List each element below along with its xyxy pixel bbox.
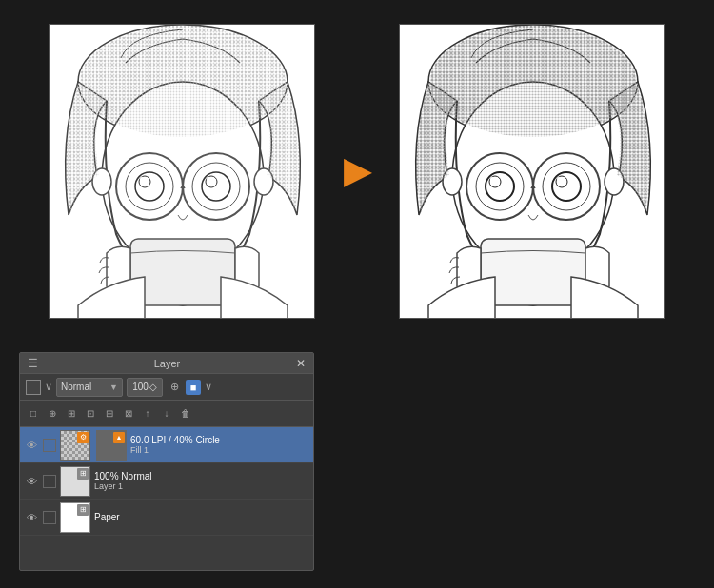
layer-preview-icon[interactable] xyxy=(26,380,41,395)
layer-info-layer1: 100% Normal Layer 1 xyxy=(94,471,309,491)
opacity-input[interactable]: 100 ◇ xyxy=(127,378,163,397)
blend-mode-label: Normal xyxy=(61,382,91,392)
layer-thumb2-halftone: ▲ xyxy=(96,430,127,461)
svg-rect-16 xyxy=(130,239,235,305)
transform-arrow: ▶ xyxy=(344,151,370,191)
blend-mode-dropdown[interactable]: Normal ▼ xyxy=(56,378,123,397)
blend-chevron2[interactable]: ∨ xyxy=(205,381,212,393)
layer-panel: ☰ Layer ✕ ∨ Normal ▼ 100 ◇ ⊕ ■ ∨ □ ⊕ ⊞ ⊡… xyxy=(19,352,314,571)
layer-name2-halftone: Fill 1 xyxy=(130,445,309,455)
layer-action-5[interactable]: ⊠ xyxy=(121,406,136,421)
new-folder-icon[interactable]: □ xyxy=(26,406,41,421)
blend-icon2[interactable]: ■ xyxy=(186,380,201,395)
blend-chevron-icon: ▼ xyxy=(109,382,118,392)
layer-visibility-layer1[interactable]: 👁 xyxy=(24,474,39,489)
layer-icon-paper: ⊞ xyxy=(77,504,89,516)
layer-orange-badge: ▲ xyxy=(113,432,125,443)
panel-titlebar: ☰ Layer ✕ xyxy=(20,353,313,374)
svg-point-14 xyxy=(207,177,210,181)
left-canvas xyxy=(49,24,315,319)
layer-name-halftone: 60.0 LPI / 40% Circle xyxy=(130,435,309,445)
layer-row-layer1[interactable]: 👁 ⊞ 100% Normal Layer 1 xyxy=(20,463,313,500)
layer-thumb-layer1: ⊞ xyxy=(60,466,90,497)
panel-title: Layer xyxy=(154,358,181,369)
blend-toolbar: ∨ Normal ▼ 100 ◇ ⊕ ■ ∨ xyxy=(20,374,313,401)
layer-action-3[interactable]: ⊡ xyxy=(83,406,98,421)
layer-name-paper: Paper xyxy=(94,512,309,522)
svg-point-29 xyxy=(490,177,494,181)
svg-point-19 xyxy=(80,27,286,137)
layer-action-7[interactable]: ↓ xyxy=(159,406,174,421)
layer-visibility-halftone[interactable]: 👁 xyxy=(24,438,39,453)
svg-point-38 xyxy=(430,27,636,137)
opacity-value: 100 xyxy=(132,382,149,392)
layer-icon-layer1: ⊞ xyxy=(77,468,89,480)
layer-lock-layer1[interactable] xyxy=(43,475,56,488)
panel-close-button[interactable]: ✕ xyxy=(296,357,306,370)
left-canvas-image xyxy=(50,25,314,318)
layer-info-paper: Paper xyxy=(94,512,309,522)
layer-name-layer1: 100% Normal xyxy=(94,471,309,481)
layer-name2-layer1: Layer 1 xyxy=(94,481,309,491)
svg-point-11 xyxy=(192,163,240,210)
right-canvas xyxy=(399,24,665,319)
svg-point-6 xyxy=(126,163,173,210)
svg-point-31 xyxy=(543,163,590,210)
layer-lock-paper[interactable] xyxy=(43,511,56,524)
layer-type-icon-halftone: ⚙ xyxy=(77,432,89,443)
layer-info-halftone: 60.0 LPI / 40% Circle Fill 1 xyxy=(130,435,309,455)
layer-list: 👁 ⚙ ▲ 60.0 LPI / 40% Circle Fill 1 👁 ⊞ 1… xyxy=(20,427,313,536)
svg-point-9 xyxy=(140,177,144,181)
layer-actions-toolbar: □ ⊕ ⊞ ⊡ ⊟ ⊠ ↑ ↓ 🗑 xyxy=(20,401,313,427)
layer-thumb-paper: ⊞ xyxy=(60,502,90,533)
layer-row-paper[interactable]: 👁 ⊞ Paper xyxy=(20,500,313,536)
top-area: ▶ xyxy=(0,0,714,343)
layer-action-6[interactable]: ↑ xyxy=(140,406,155,421)
layer-action-4[interactable]: ⊟ xyxy=(102,406,117,421)
layer-row-halftone[interactable]: 👁 ⚙ ▲ 60.0 LPI / 40% Circle Fill 1 xyxy=(20,427,313,463)
blend-icon1[interactable]: ⊕ xyxy=(167,380,182,395)
right-canvas-image xyxy=(400,25,664,318)
svg-rect-35 xyxy=(481,239,585,305)
layer-action-2[interactable]: ⊞ xyxy=(64,406,79,421)
layer-visibility-paper[interactable]: 👁 xyxy=(24,510,39,525)
layer-lock-halftone[interactable] xyxy=(43,439,56,452)
hamburger-icon[interactable]: ☰ xyxy=(28,357,38,370)
svg-point-26 xyxy=(476,163,524,210)
layer-thumb-halftone: ⚙ xyxy=(60,430,90,461)
layer-delete-icon[interactable]: 🗑 xyxy=(178,406,193,421)
opacity-diamond-icon: ◇ xyxy=(149,382,157,392)
svg-point-34 xyxy=(557,177,561,181)
layer-check-icon[interactable]: ∨ xyxy=(45,381,52,393)
layer-action-1[interactable]: ⊕ xyxy=(45,406,60,421)
